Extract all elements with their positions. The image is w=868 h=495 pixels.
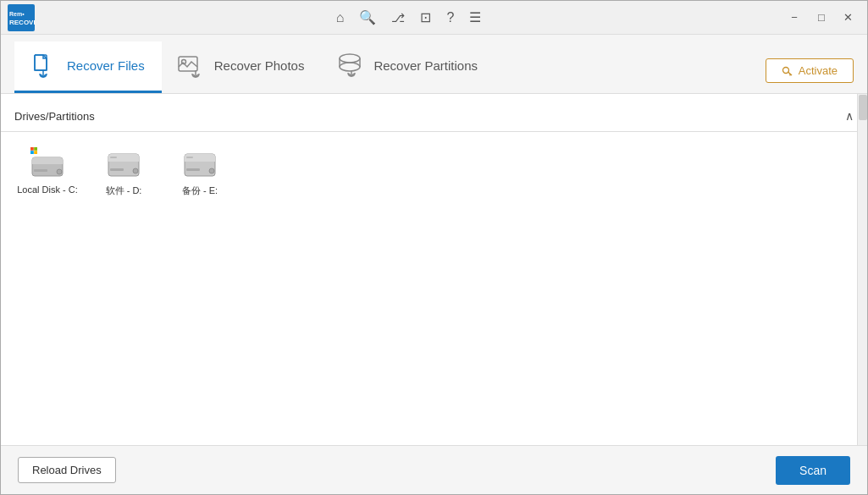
svg-rect-18 — [32, 161, 63, 164]
bottom-bar: Reload Drives Scan — [1, 445, 867, 494]
tab-recover-photos[interactable]: Recover Photos — [162, 41, 322, 93]
scroll-thumb[interactable] — [859, 95, 867, 120]
window-controls: − □ ✕ — [782, 9, 860, 26]
recover-partitions-icon — [334, 50, 365, 80]
reload-drives-label: Reload Drives — [32, 464, 102, 476]
close-button[interactable]: ✕ — [837, 9, 860, 26]
tab-recover-partitions-label: Recover Partitions — [373, 58, 478, 73]
activate-button[interactable]: Activate — [766, 58, 854, 83]
drive-e-label: 备份 - E: — [182, 184, 218, 197]
recover-photos-icon — [175, 50, 206, 80]
tabs-bar: Recover Files Recover Photos — [1, 35, 867, 94]
share-icon[interactable]: ⎇ — [391, 11, 405, 25]
svg-point-19 — [57, 169, 62, 174]
svg-point-8 — [340, 54, 360, 63]
svg-rect-34 — [185, 158, 215, 162]
title-bar: Rem• RECOVER ⌂ 🔍 ⎇ ⊡ ? ☰ − □ ✕ — [1, 1, 867, 35]
drive-e-icon — [178, 146, 222, 181]
svg-rect-31 — [110, 157, 117, 158]
key-icon — [782, 65, 793, 77]
svg-rect-23 — [34, 147, 37, 151]
svg-text:RECOVER: RECOVER — [9, 19, 35, 26]
svg-rect-24 — [30, 151, 34, 154]
svg-rect-20 — [34, 169, 47, 172]
collapse-button[interactable]: ∧ — [845, 109, 854, 123]
reload-drives-button[interactable]: Reload Drives — [18, 457, 116, 483]
drive-d-label: 软件 - D: — [106, 184, 142, 197]
section-header: Drives/Partitions ∧ — [1, 101, 867, 132]
drive-c-label: Local Disk - C: — [17, 184, 78, 195]
bookmark-icon[interactable]: ⊡ — [420, 9, 431, 25]
svg-rect-37 — [186, 157, 193, 158]
home-icon[interactable]: ⌂ — [336, 10, 345, 25]
svg-point-35 — [209, 168, 214, 173]
svg-text:Rem•: Rem• — [9, 11, 25, 17]
drive-c-icon — [25, 146, 69, 181]
svg-rect-28 — [108, 158, 139, 162]
menu-icon[interactable]: ☰ — [469, 9, 481, 25]
svg-rect-22 — [30, 147, 34, 151]
scan-button[interactable]: Scan — [776, 456, 850, 485]
drive-e[interactable]: 备份 - E: — [170, 146, 229, 197]
activate-label: Activate — [799, 64, 838, 77]
scroll-area[interactable] — [857, 94, 867, 445]
svg-point-29 — [133, 168, 138, 173]
minimize-button[interactable]: − — [782, 9, 806, 26]
drives-partitions-title: Drives/Partitions — [14, 110, 95, 123]
drives-area: Local Disk - C: 软件 - D: — [1, 132, 867, 211]
title-bar-nav: ⌂ 🔍 ⎇ ⊡ ? ☰ — [336, 9, 482, 25]
tab-recover-photos-label: Recover Photos — [214, 58, 305, 73]
drive-c[interactable]: Local Disk - C: — [18, 146, 77, 197]
main-content: Drives/Partitions ∧ — [1, 94, 867, 445]
tab-recover-files-label: Recover Files — [67, 58, 145, 73]
maximize-button[interactable]: □ — [810, 9, 833, 26]
search-icon[interactable]: 🔍 — [359, 9, 376, 25]
title-bar-left: Rem• RECOVER — [8, 4, 35, 31]
tab-recover-partitions[interactable]: Recover Partitions — [321, 41, 495, 93]
drive-d[interactable]: 软件 - D: — [94, 146, 153, 197]
svg-rect-25 — [34, 151, 37, 154]
svg-rect-30 — [110, 168, 124, 171]
svg-rect-0 — [8, 4, 35, 31]
svg-rect-36 — [186, 168, 200, 171]
svg-point-11 — [340, 63, 360, 71]
tab-recover-files[interactable]: Recover Files — [14, 41, 162, 93]
app-logo: Rem• RECOVER — [8, 4, 35, 31]
drive-d-icon — [102, 146, 146, 181]
recover-files-icon — [28, 50, 58, 80]
scan-label: Scan — [799, 464, 827, 477]
help-icon[interactable]: ? — [446, 10, 454, 25]
